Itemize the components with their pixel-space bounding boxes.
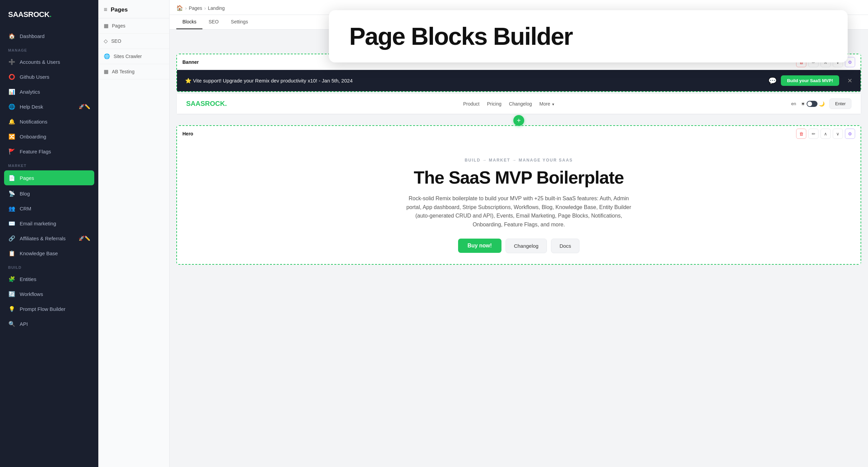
- sidebar-item-onboarding[interactable]: 🔀 Onboarding: [0, 129, 98, 144]
- sidebar-item-help-desk[interactable]: 🌐 Help Desk 🚀✏️: [0, 99, 98, 114]
- builder-canvas: Banner 🗑 ✏ ∧ ∨ ⚙ ⭐ Vite support! Upgrade…: [170, 50, 868, 467]
- pages-sidebar-item-ab-testing[interactable]: ▦ AB Testing: [98, 64, 169, 79]
- workflows-icon: 🔄: [8, 290, 16, 298]
- hero-edit-button[interactable]: ✏: [808, 129, 818, 139]
- sidebar-logo: SAASROCK.: [0, 7, 98, 29]
- sidebar-item-github-users[interactable]: ⭕ Github Users: [0, 69, 98, 84]
- add-block-button[interactable]: +: [176, 115, 861, 126]
- sidebar-item-dashboard[interactable]: 🏠 Dashboard: [0, 29, 98, 43]
- breadcrumb-pages[interactable]: Pages: [189, 5, 202, 11]
- hero-block-actions: 🗑 ✏ ∧ ∨ ⚙: [796, 129, 855, 139]
- menu-icon[interactable]: ≡: [104, 6, 107, 13]
- banner-close-button[interactable]: ✕: [847, 77, 852, 85]
- pages-list-icon: ▦: [104, 23, 108, 29]
- notifications-icon: 🔔: [8, 118, 16, 125]
- pages-sidebar-item-label: Pages: [112, 23, 125, 29]
- accounts-icon: ➕: [8, 58, 16, 66]
- pages-sidebar-seo-label: SEO: [111, 38, 121, 44]
- blog-icon: 📡: [8, 190, 16, 197]
- sidebar-item-feature-flags[interactable]: 🚩 Feature Flags: [0, 144, 98, 159]
- pages-sidebar-crawler-label: Sites Crawler: [114, 54, 142, 59]
- hero-block-title: Hero: [182, 131, 193, 136]
- pages-sidebar-item-sites-crawler[interactable]: 🌐 Sites Crawler: [98, 49, 169, 64]
- pages-layout: ≡ Pages ▦ Pages ◇ SEO 🌐 Sites Crawler ▦ …: [98, 0, 868, 467]
- more-chevron: ▼: [552, 102, 555, 106]
- nav-right: en ☀ 🌙 Enter: [791, 98, 851, 109]
- nav-product[interactable]: Product: [463, 101, 479, 107]
- hero-description: Rock-solid Remix boilerplate to build yo…: [403, 194, 634, 229]
- sidebar-item-crm[interactable]: 👥 CRM: [0, 201, 98, 216]
- banner-block-content: ⭐ Vite support! Upgrade your Remix dev p…: [177, 70, 861, 91]
- hero-buttons: Buy now! Changelog Docs: [185, 239, 852, 253]
- pages-sidebar-ab-label: AB Testing: [112, 69, 135, 74]
- theme-toggle: ☀ 🌙: [801, 101, 825, 107]
- nav-logo: SAASROCK.: [186, 100, 227, 108]
- helpdesk-icon: 🌐: [8, 103, 16, 110]
- banner-cta-button[interactable]: Build your SaaS MVP!: [781, 75, 839, 86]
- sidebar-item-blog[interactable]: 📡 Blog: [0, 186, 98, 201]
- sidebar-item-notifications[interactable]: 🔔 Notifications: [0, 114, 98, 129]
- sidebar-item-knowledge-base[interactable]: 📋 Knowledge Base: [0, 246, 98, 261]
- sidebar-section-market: MARKET: [0, 159, 98, 170]
- hero-move-up-button[interactable]: ∧: [821, 129, 831, 139]
- crawler-icon: 🌐: [104, 53, 110, 59]
- affiliates-icon: 🔗: [8, 235, 16, 242]
- nav-lang: en: [791, 101, 796, 106]
- moon-icon: 🌙: [819, 101, 825, 107]
- nav-more[interactable]: More ▼: [539, 101, 555, 107]
- discord-icon: 💬: [768, 77, 777, 85]
- hero-move-down-button[interactable]: ∨: [833, 129, 843, 139]
- nav-enter-button[interactable]: Enter: [829, 98, 851, 109]
- nav-pricing[interactable]: Pricing: [487, 101, 501, 107]
- sidebar-item-accounts-users[interactable]: ➕ Accounts & Users: [0, 54, 98, 69]
- hero-block-content: BUILD → MARKET → MANAGE YOUR SAAS The Sa…: [177, 142, 861, 264]
- sidebar-item-prompt-flow[interactable]: 💡 Prompt Flow Builder: [0, 301, 98, 316]
- sidebar-section-build: BUILD: [0, 261, 98, 272]
- entities-icon: 🧩: [8, 275, 16, 283]
- breadcrumb-sep-2: ›: [204, 5, 206, 11]
- sidebar-item-label: Dashboard: [20, 33, 90, 39]
- sidebar-item-workflows[interactable]: 🔄 Workflows: [0, 286, 98, 301]
- pages-icon: 📄: [8, 174, 16, 182]
- page-blocks-title: Page Blocks Builder: [349, 22, 827, 50]
- sidebar-item-entities[interactable]: 🧩 Entities: [0, 272, 98, 286]
- seo-icon: ◇: [104, 38, 108, 44]
- hero-delete-button[interactable]: 🗑: [796, 129, 806, 139]
- sidebar-item-analytics[interactable]: 📊 Analytics: [0, 84, 98, 99]
- kb-icon: 📋: [8, 249, 16, 257]
- tab-blocks[interactable]: Blocks: [176, 15, 202, 29]
- pages-sidebar-item-pages[interactable]: ▦ Pages: [98, 18, 169, 34]
- api-icon: 🔍: [8, 320, 16, 328]
- theme-switch[interactable]: [807, 101, 817, 107]
- onboarding-icon: 🔀: [8, 133, 16, 140]
- helpdesk-badge: 🚀✏️: [79, 104, 90, 109]
- add-block-circle[interactable]: +: [513, 115, 524, 126]
- breadcrumb-home-icon[interactable]: 🏠: [176, 5, 183, 11]
- hero-block: Hero 🗑 ✏ ∧ ∨ ⚙ BUILD → MARKET → MANAGE Y…: [176, 125, 861, 265]
- email-icon: ✉️: [8, 220, 16, 227]
- banner-block-title: Banner: [182, 59, 199, 65]
- hero-docs-button[interactable]: Docs: [551, 239, 579, 253]
- hero-block-header: Hero 🗑 ✏ ∧ ∨ ⚙: [177, 126, 861, 142]
- hero-buy-button[interactable]: Buy now!: [458, 239, 501, 253]
- nav-changelog[interactable]: Changelog: [509, 101, 532, 107]
- sidebar-item-affiliates[interactable]: 🔗 Affiliates & Referrals 🚀✏️: [0, 231, 98, 246]
- logo-dot: .: [50, 10, 52, 19]
- home-icon: 🏠: [8, 32, 16, 40]
- nav-block: SAASROCK. Product Pricing Changelog More…: [176, 93, 861, 114]
- tab-seo[interactable]: SEO: [202, 15, 225, 29]
- sidebar-item-pages[interactable]: 📄 Pages: [4, 170, 94, 185]
- breadcrumb-sep-1: ›: [185, 5, 187, 11]
- hero-settings-button[interactable]: ⚙: [845, 129, 855, 139]
- tab-settings[interactable]: Settings: [225, 15, 254, 29]
- sidebar-item-api[interactable]: 🔍 API: [0, 316, 98, 331]
- sidebar: SAASROCK. 🏠 Dashboard MANAGE ➕ Accounts …: [0, 0, 98, 467]
- prompt-icon: 💡: [8, 305, 16, 313]
- github-icon: ⭕: [8, 73, 16, 80]
- pages-sidebar-item-seo[interactable]: ◇ SEO: [98, 34, 169, 49]
- sidebar-item-email-marketing[interactable]: ✉️ Email marketing: [0, 216, 98, 231]
- hero-changelog-button[interactable]: Changelog: [506, 239, 547, 253]
- toggle-knob: [807, 101, 812, 106]
- breadcrumb-landing[interactable]: Landing: [208, 5, 225, 11]
- pages-sidebar: ≡ Pages ▦ Pages ◇ SEO 🌐 Sites Crawler ▦ …: [98, 0, 170, 467]
